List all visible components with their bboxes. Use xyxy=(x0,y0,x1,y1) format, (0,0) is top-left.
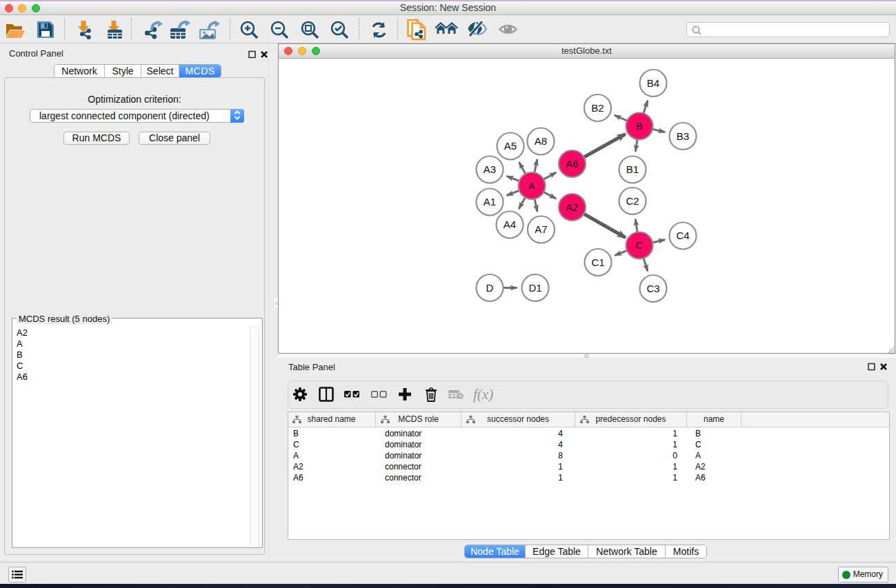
svg-text:A1: A1 xyxy=(484,196,496,207)
svg-text:A2: A2 xyxy=(566,201,578,213)
svg-text:C2: C2 xyxy=(626,195,639,207)
svg-text:C1: C1 xyxy=(591,256,604,268)
svg-text:A8: A8 xyxy=(535,135,547,147)
svg-text:A7: A7 xyxy=(535,223,547,235)
svg-text:B3: B3 xyxy=(677,130,689,142)
svg-text:C3: C3 xyxy=(646,283,659,294)
svg-text:A3: A3 xyxy=(484,163,496,175)
svg-text:A: A xyxy=(528,180,535,192)
svg-text:A6: A6 xyxy=(566,158,578,170)
svg-text:B4: B4 xyxy=(647,77,659,89)
svg-text:D: D xyxy=(486,282,494,294)
svg-text:B2: B2 xyxy=(591,102,604,114)
svg-text:B1: B1 xyxy=(626,163,639,175)
svg-text:D1: D1 xyxy=(528,282,541,294)
svg-text:A4: A4 xyxy=(504,219,516,230)
svg-text:C: C xyxy=(636,239,644,251)
svg-text:B: B xyxy=(636,120,643,132)
svg-text:C4: C4 xyxy=(676,230,689,241)
svg-text:A5: A5 xyxy=(504,140,517,152)
